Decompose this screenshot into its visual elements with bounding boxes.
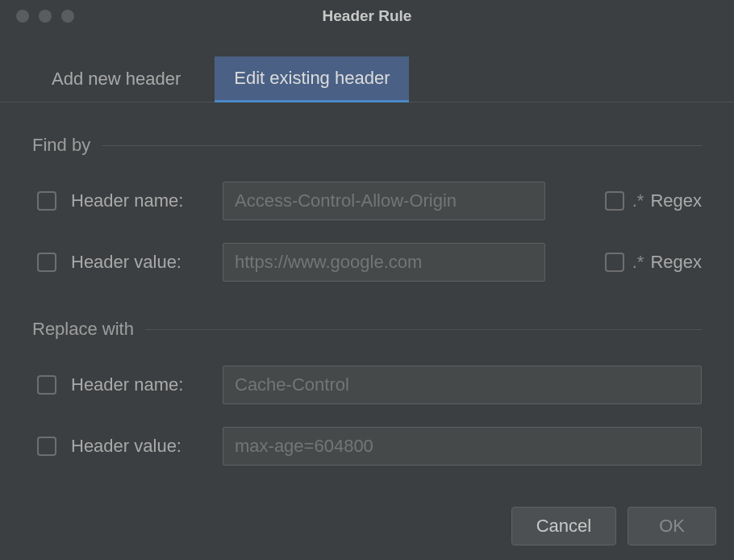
cancel-button[interactable]: Cancel xyxy=(511,507,616,545)
regex-prefix-icon: .* xyxy=(632,190,644,211)
button-bar: Cancel OK xyxy=(511,507,716,545)
tab-bar: Add new header Edit existing header xyxy=(0,32,734,102)
replace-header-value-input[interactable] xyxy=(223,427,702,466)
titlebar: Header Rule xyxy=(0,0,734,32)
find-header-value-row: Header value: .* Regex xyxy=(32,243,702,282)
maximize-window-icon[interactable] xyxy=(61,10,74,23)
divider xyxy=(145,329,702,330)
find-header-name-row: Header name: .* Regex xyxy=(32,182,702,220)
replace-header-value-label: Header value: xyxy=(71,436,208,457)
find-header-name-checkbox[interactable] xyxy=(37,191,56,211)
find-header-name-regex-label: Regex xyxy=(650,190,702,211)
find-header-value-regex-checkbox[interactable] xyxy=(605,253,624,272)
find-header-value-input[interactable] xyxy=(223,243,545,282)
find-header-value-checkbox[interactable] xyxy=(37,253,56,272)
divider xyxy=(102,145,702,146)
find-header-value-label: Header value: xyxy=(71,252,208,273)
replace-header-value-row: Header value: xyxy=(32,427,702,466)
find-header-name-label: Header name: xyxy=(71,190,208,211)
find-header-name-regex-checkbox[interactable] xyxy=(605,191,624,211)
find-by-title: Find by xyxy=(32,135,90,156)
find-header-name-regex-group: .* Regex xyxy=(605,190,702,211)
replace-header-name-row: Header name: xyxy=(32,366,702,404)
replace-header-value-checkbox[interactable] xyxy=(37,437,56,456)
find-header-name-input[interactable] xyxy=(223,182,545,220)
find-header-value-regex-group: .* Regex xyxy=(605,252,702,273)
replace-with-title: Replace with xyxy=(32,319,134,340)
content-area: Find by Header name: .* Regex Header val… xyxy=(0,102,734,466)
tab-edit-existing-header[interactable]: Edit existing header xyxy=(215,56,409,102)
find-header-value-regex-label: Regex xyxy=(650,252,702,273)
ok-button[interactable]: OK xyxy=(628,507,716,545)
window-controls xyxy=(16,10,74,23)
minimize-window-icon[interactable] xyxy=(39,10,52,23)
replace-header-name-input[interactable] xyxy=(223,366,702,404)
replace-with-section-header: Replace with xyxy=(32,319,702,340)
window-title: Header Rule xyxy=(0,7,734,25)
replace-header-name-label: Header name: xyxy=(71,374,208,395)
regex-prefix-icon: .* xyxy=(632,252,644,273)
replace-header-name-checkbox[interactable] xyxy=(37,375,56,395)
find-by-section-header: Find by xyxy=(32,135,702,156)
close-window-icon[interactable] xyxy=(16,10,29,23)
tab-add-new-header[interactable]: Add new header xyxy=(32,56,200,102)
